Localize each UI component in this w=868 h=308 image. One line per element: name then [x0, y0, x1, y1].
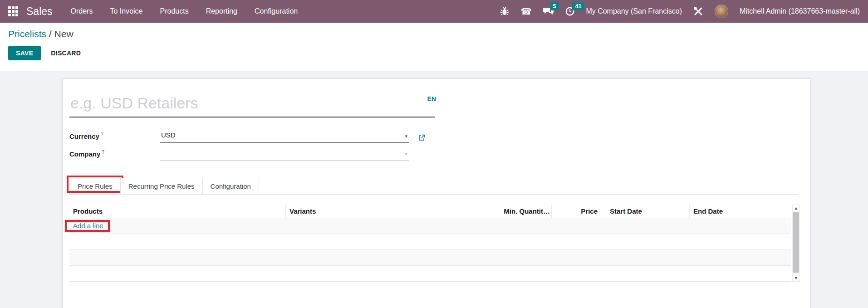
tab-recurring-price-rules[interactable]: Recurring Price Rules [120, 178, 203, 194]
activities-clock-icon[interactable]: 41 [565, 7, 574, 16]
table-row-empty [69, 234, 791, 250]
scrollbar-thumb[interactable] [793, 212, 799, 273]
save-button[interactable]: SAVE [8, 46, 41, 60]
currency-dropdown-caret-icon[interactable]: ▾ [405, 133, 407, 139]
col-header-products[interactable]: Products [69, 205, 285, 218]
col-header-start-date[interactable]: Start Date [606, 205, 689, 218]
currency-help-icon[interactable]: ? [101, 132, 103, 137]
menu-reporting[interactable]: Reporting [206, 7, 237, 15]
company-field-row: Company? ▾ [69, 149, 799, 161]
menu-orders[interactable]: Orders [71, 7, 93, 15]
currency-label: Currency? [69, 132, 160, 143]
scrollbar-down-arrow-icon[interactable]: ▼ [793, 275, 799, 281]
company-help-icon[interactable]: ? [102, 150, 104, 155]
table-row-empty [69, 250, 791, 266]
price-rules-table: Products Variants Min. Quantit… Price St… [69, 205, 791, 282]
content-area: EN Currency? USD ▾ [0, 71, 868, 308]
col-header-price[interactable]: Price [551, 205, 606, 218]
currency-value: USD [161, 131, 176, 139]
pricelist-name-input[interactable] [69, 94, 435, 117]
breadcrumb-current: New [54, 29, 74, 39]
messages-count-badge: 5 [550, 2, 559, 10]
messages-icon[interactable]: 5 [543, 7, 554, 16]
currency-field[interactable]: USD ▾ [160, 131, 409, 143]
language-badge[interactable]: EN [427, 95, 436, 103]
discard-button[interactable]: DISCARD [44, 46, 87, 60]
col-header-filler [773, 205, 791, 218]
company-field[interactable]: ▾ [160, 149, 409, 161]
top-navbar: Sales Orders To Invoice Products Reporti… [0, 0, 868, 23]
action-buttons: SAVE DISCARD [8, 46, 868, 60]
menu-to-invoice[interactable]: To Invoice [110, 7, 142, 15]
user-avatar[interactable] [715, 5, 728, 18]
table-scrollbar[interactable]: ▲ ▼ [792, 205, 800, 282]
col-header-end-date[interactable]: End Date [689, 205, 773, 218]
navbar-systray: ☎ 5 41 My Company (San Francisco) M [500, 5, 860, 18]
main-menu: Orders To Invoice Products Reporting Con… [71, 7, 298, 15]
col-header-variants[interactable]: Variants [285, 205, 498, 218]
breadcrumb: Pricelists / New [8, 29, 868, 39]
notebook-tabs: Price Rules Recurring Price Rules Config… [69, 178, 799, 195]
tools-wrench-icon[interactable] [693, 6, 703, 16]
app-name[interactable]: Sales [26, 5, 53, 18]
currency-field-row: Currency? USD ▾ [69, 131, 799, 143]
apps-grid-icon[interactable] [8, 6, 19, 17]
activities-count-badge: 41 [572, 2, 584, 10]
table-row-add-line: Add a line [69, 218, 791, 234]
currency-external-link-icon[interactable] [418, 134, 425, 141]
col-header-min-quantity[interactable]: Min. Quantit… [498, 205, 551, 218]
table-header-row: Products Variants Min. Quantit… Price St… [69, 205, 791, 218]
company-dropdown-caret-icon[interactable]: ▾ [405, 151, 407, 157]
tab-configuration[interactable]: Configuration [202, 178, 259, 194]
breadcrumb-separator: / [46, 29, 54, 39]
tab-price-rules[interactable]: Price Rules [69, 178, 121, 194]
phone-icon[interactable]: ☎ [520, 7, 532, 16]
user-menu[interactable]: Mitchell Admin (18637663-master-all) [740, 7, 860, 15]
add-a-line-link[interactable]: Add a line [69, 218, 103, 233]
menu-products[interactable]: Products [160, 7, 189, 15]
debug-bug-icon[interactable] [500, 7, 509, 16]
breadcrumb-pricelists-link[interactable]: Pricelists [8, 29, 46, 39]
company-switcher[interactable]: My Company (San Francisco) [586, 7, 682, 15]
pricelist-form-sheet: EN Currency? USD ▾ [62, 78, 810, 308]
form-fields: Currency? USD ▾ Company? [69, 131, 799, 161]
company-label: Company? [69, 150, 160, 161]
control-panel: Pricelists / New SAVE DISCARD [0, 23, 868, 71]
table-row-empty [69, 266, 791, 282]
pricelist-name-row: EN [69, 94, 435, 117]
menu-configuration[interactable]: Configuration [255, 7, 298, 15]
scrollbar-up-arrow-icon[interactable]: ▲ [793, 205, 799, 211]
